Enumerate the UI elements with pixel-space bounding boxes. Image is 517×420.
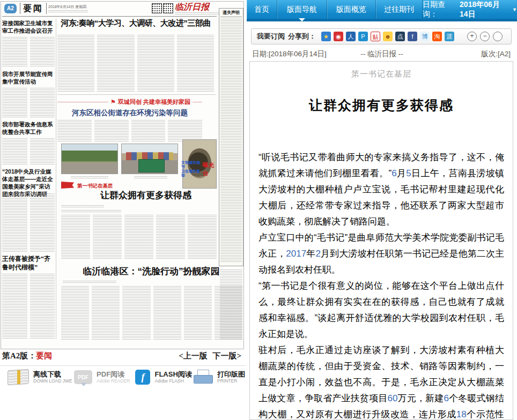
- qq-weibo-icon[interactable]: 博: [420, 32, 430, 41]
- zoom-in-button[interactable]: +: [467, 32, 477, 41]
- printer-icon: [194, 370, 213, 385]
- page-label: 第A2版：要闻: [2, 351, 52, 361]
- article-paragraph: 卢立宝口中的“毛书记”是曲阜师范大学美术学院党委副书记毛永正，2017年2月到大…: [258, 230, 504, 278]
- tieba-icon[interactable]: 贴: [371, 32, 380, 41]
- street-photo: [61, 144, 118, 174]
- edition-badge: A2: [4, 4, 17, 13]
- article-paragraph: “听说毛书记又带着曲师大的专家来搞义务指导了，这不，俺就抓紧过来请他们到棚里看看…: [258, 149, 504, 230]
- nav-past-issues[interactable]: 过往期刊: [376, 0, 423, 19]
- page-navigation: <上一版 下一版>: [175, 351, 241, 361]
- pdf-reader-link[interactable]: PDF PDF阅读Adobe READER: [74, 370, 135, 385]
- simulated-text: [71, 176, 108, 178]
- qzone-icon[interactable]: ★: [321, 32, 331, 41]
- caret-down-icon: [299, 18, 305, 21]
- article-panel: 第一书记在基层 让群众拥有更多获得感 “听说毛书记又带着曲师大的专家来搞义务指导…: [249, 61, 513, 420]
- date-query-label: 日期查询：: [423, 0, 454, 19]
- article-meta-row: 日期:[2018年06月14日] -- 临沂日报 -- 版次:[A2]: [252, 49, 512, 60]
- pengyou-icon[interactable]: P: [358, 32, 368, 41]
- simulated-text: [61, 215, 217, 259]
- meta-edition: 版次:[A2]: [481, 49, 511, 59]
- app-root: A2 要闻 2018年6月14日 星期四 临沂日报 遗失声明 迎接国家卫生城市复…: [0, 0, 517, 420]
- headline[interactable]: 王传喜被授予“齐鲁时代楷模”: [2, 254, 55, 272]
- prev-page-link[interactable]: <上一版: [179, 351, 208, 360]
- nav-home[interactable]: 首页: [247, 0, 277, 19]
- meta-date: 日期:[2018年06月14日]: [252, 50, 327, 58]
- main-headline[interactable]: 河东:奏响“大学习、大调研、大改进”三部曲: [56, 18, 215, 28]
- next-page-link[interactable]: 下一版>: [212, 351, 241, 360]
- simulated-text: [2, 193, 55, 252]
- headline[interactable]: 我市开展节能宣传周集中宣传活动: [2, 70, 55, 85]
- newspaper-page[interactable]: A2 要闻 2018年6月14日 星期四 临沂日报 遗失声明 迎接国家卫生城市复…: [1, 1, 244, 349]
- lost-notice-column: 遗失声明: [219, 8, 243, 266]
- newspaper-stack-icon: [8, 369, 29, 386]
- exposure-badge: 曝光台: [202, 161, 218, 177]
- simulated-text: [57, 120, 202, 141]
- lost-notice-title: 遗失声明: [220, 10, 242, 17]
- offline-download-link[interactable]: 离线下载DOWN LOAD JWE: [8, 370, 74, 385]
- reset-button[interactable]: [493, 32, 503, 41]
- sohu-pet-icon[interactable]: ☻: [383, 32, 393, 41]
- section-label: 要闻: [36, 351, 52, 360]
- photo-badge: 文明城市细节卫生城市复审 曝光台: [181, 161, 218, 178]
- newspaper-date: 2018年6月14日 星期四: [48, 4, 86, 10]
- headline[interactable]: 迎接国家卫生城市复审工作推进会议召开: [2, 19, 55, 34]
- article-supertitle: 第一书记在基层: [250, 69, 513, 79]
- sina-weibo-icon[interactable]: ◉: [334, 32, 343, 41]
- pdf-icon: PDF: [74, 370, 92, 384]
- red-flag-icon: [61, 182, 74, 189]
- column-rule: [56, 19, 56, 339]
- facebook-icon[interactable]: f: [408, 32, 417, 41]
- reader-panel: 首页 版面导航 版面概览 过往期刊 日期查询： 2018年06月14日 ▼ 我要…: [247, 0, 517, 420]
- simulated-text: [134, 176, 167, 178]
- date-query-value: 2018年06月14日: [460, 0, 507, 19]
- qr-code-icon: [163, 3, 173, 13]
- meta-paper-name: -- 临沂日报 --: [360, 49, 403, 59]
- renren-icon[interactable]: 人: [346, 32, 356, 41]
- article-title: 让群众拥有更多获得感: [250, 96, 513, 114]
- top-nav: 首页 版面导航 版面概览 过往期刊 日期查询： 2018年06月14日 ▼: [247, 0, 517, 21]
- headline[interactable]: 我市部署政务信息系统整合共享工作: [2, 121, 55, 136]
- share-toolbar: 我要订阅 分享到： ★◉人P贴☻点f博淘涯 +−: [251, 28, 512, 44]
- qr-code-icon: [152, 3, 162, 13]
- header-rule: [2, 16, 217, 17]
- flash-reader-link[interactable]: f FLASH阅读Adobe FLASH: [135, 370, 194, 385]
- nav-page-overview[interactable]: 版面概览: [327, 0, 376, 19]
- article-paragraph: “第一书记是个很有意义的岗位，能够在这个平台上做出点什么，最终让群众拥有实实在在…: [258, 278, 504, 342]
- simulated-text: [220, 19, 242, 262]
- zoom-controls: +−: [467, 32, 503, 41]
- footer-divider: [0, 365, 246, 366]
- tianya-icon[interactable]: 涯: [445, 32, 454, 41]
- byline: [61, 205, 104, 208]
- simulated-text: [48, 10, 88, 13]
- env-headline[interactable]: 河东区相公街道存在环境污染等问题: [57, 108, 202, 118]
- nav-page-navigation[interactable]: 版面导航: [277, 0, 327, 19]
- diandian-icon[interactable]: 点: [395, 32, 405, 41]
- simulated-text: [61, 286, 242, 341]
- footer-links: 离线下载DOWN LOAD JWE PDF PDF阅读Adobe READER …: [0, 370, 246, 385]
- chevron-down-icon: ▼: [512, 7, 517, 12]
- section-rule: [57, 94, 216, 95]
- flash-icon: f: [135, 370, 150, 385]
- campaign-banner-text: 双城同创 共建幸福美好家园: [118, 98, 190, 106]
- byline: [61, 210, 121, 212]
- date-query[interactable]: 日期查询： 2018年06月14日 ▼: [423, 0, 517, 19]
- section-name: 要闻: [20, 3, 47, 14]
- simulated-text: [175, 12, 220, 14]
- printer-link[interactable]: 打印版图PRINTER: [194, 370, 246, 385]
- bottom-headline[interactable]: 临沂临港区：“洗脸行动”扮靓家园: [59, 265, 243, 278]
- taobao-icon[interactable]: 淘: [432, 32, 442, 41]
- share-icons: ★◉人P贴☻点f博淘涯: [321, 32, 454, 41]
- article-body: “听说毛书记又带着曲师大的专家来搞义务指导了，这不，俺就抓紧过来请他们到棚里看看…: [258, 149, 504, 420]
- simulated-text: [2, 37, 55, 67]
- market-photo: [121, 144, 178, 174]
- share-label: 分享到：: [288, 32, 316, 41]
- subscribe-link[interactable]: 我要订阅: [257, 32, 285, 41]
- masthead-logo: 临沂日报: [175, 2, 209, 13]
- byline: [63, 281, 116, 283]
- simulated-text: [57, 35, 214, 92]
- zoom-out-button[interactable]: −: [480, 32, 490, 41]
- feature-headline[interactable]: 让群众拥有更多获得感: [82, 189, 210, 201]
- simulated-text: [2, 138, 55, 165]
- campaign-banner: ⚑ 双城同创 共建幸福美好家园: [57, 98, 202, 106]
- flag-icon: ⚑: [110, 99, 116, 106]
